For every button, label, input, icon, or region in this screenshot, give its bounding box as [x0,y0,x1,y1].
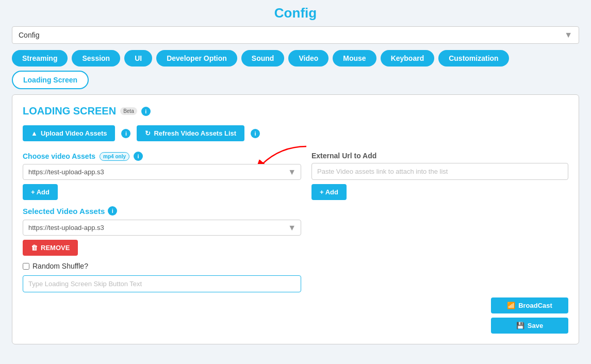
add-right-button[interactable]: + Add [311,184,347,200]
upload-icon: ▲ [31,129,38,137]
save-button[interactable]: 💾 Save [491,318,568,334]
tab-customization[interactable]: Customization [438,50,508,67]
tab-developer-option[interactable]: Developer Option [156,50,237,67]
remove-button[interactable]: 🗑 REMOVE [23,240,78,256]
skip-button-text-input[interactable] [23,275,301,292]
info-icon-selected[interactable]: i [108,206,117,216]
broadcast-button[interactable]: 📶 BroadCast [491,297,568,313]
tab-video[interactable]: Video [288,50,329,67]
info-icon-upload[interactable]: i [121,129,130,138]
upload-video-assets-button[interactable]: ▲ Upload Video Assets [23,125,115,141]
action-row: ▲ Upload Video Assets i ↻ Refresh Video … [23,125,568,141]
main-panel: LOADING SCREEN Beta i ▲ Upload Video Ass… [12,94,579,344]
add-left-button[interactable]: + Add [23,184,58,200]
info-icon-title[interactable]: i [141,107,151,116]
tab-keyboard[interactable]: Keyboard [381,50,435,67]
choose-video-select[interactable]: https://test-upload-app.s3 [23,164,301,180]
choose-video-label: Choose video Assets [23,152,95,160]
random-shuffle-label: Random Shuffle? [32,262,88,270]
section-title-text: LOADING SCREEN [23,105,116,117]
tab-streaming[interactable]: Streaming [12,50,68,67]
tab-loading-screen[interactable]: Loading Screen [12,71,89,89]
choose-video-label-row: Choose video Assets mp4 only i [23,152,301,161]
info-icon-choose[interactable]: i [134,152,143,161]
choose-video-select-wrapper: https://test-upload-app.s3 ▼ [23,164,301,180]
info-icon-refresh[interactable]: i [251,129,260,138]
page-title: Config [274,5,317,21]
tab-ui[interactable]: UI [124,50,152,67]
beta-badge: Beta [120,107,137,115]
tab-mouse[interactable]: Mouse [333,50,376,67]
random-shuffle-row: Random Shuffle? [23,262,568,270]
mp4-only-badge: mp4 only [100,152,129,161]
external-url-col: External Url to Add + Add [311,152,568,200]
broadcast-icon: 📶 [507,302,515,309]
external-url-label: External Url to Add [311,152,568,160]
config-select[interactable]: Config [19,31,572,39]
random-shuffle-checkbox[interactable] [23,263,29,270]
tab-sound[interactable]: Sound [241,50,285,67]
section-title: LOADING SCREEN Beta i [23,105,568,117]
trash-icon: 🗑 [31,244,38,252]
selected-video-label-row: Selected Video Assets i [23,206,568,216]
selected-video-select-wrapper: https://test-upload-app.s3 ▼ [23,220,301,236]
config-select-wrapper: Config ▼ [12,26,579,44]
selected-video-label: Selected Video Assets [23,207,105,216]
tab-session[interactable]: Session [72,50,120,67]
choose-video-col: Choose video Assets mp4 only i https://t… [23,152,301,200]
bottom-actions: 📶 BroadCast 💾 Save [23,297,568,334]
save-icon: 💾 [516,322,524,329]
tabs-row: Streaming Session UI Developer Option So… [12,50,579,89]
selected-video-select[interactable]: https://test-upload-app.s3 [23,220,301,236]
refresh-icon: ↻ [145,129,151,137]
external-url-input[interactable] [311,163,568,180]
refresh-video-assets-button[interactable]: ↻ Refresh Video Assets List [137,125,244,141]
two-col-choose: Choose video Assets mp4 only i https://t… [23,152,568,200]
